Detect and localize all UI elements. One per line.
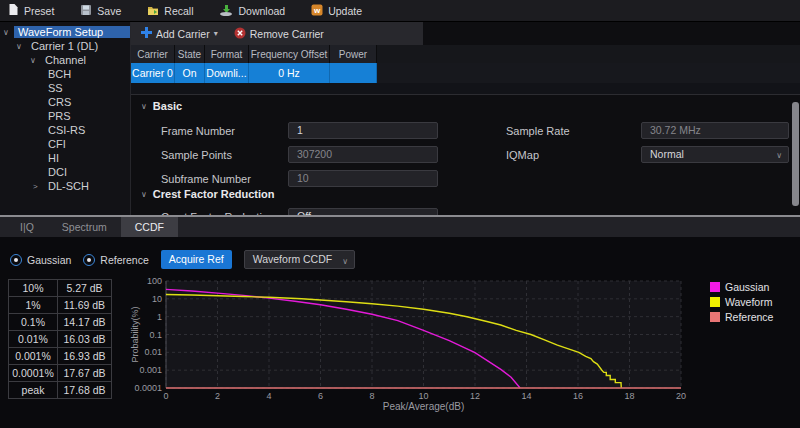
download-button[interactable]: Download [219,4,285,18]
tree-item-label: BCH [44,68,75,80]
tree-chevron-down-icon[interactable]: ∨ [16,42,27,51]
legend-swatch-icon [710,312,720,322]
column-header-state: State [175,45,205,63]
stats-db-cell: 14.17 dB [58,314,112,331]
settings-panel: ∨ Basic Frame Number 1 Sample Rate 30.72… [131,95,800,215]
column-header-format: Format [205,45,249,63]
update-button-label: Update [328,5,362,17]
legend-item-reference: Reference [710,311,773,323]
save-button-label: Save [97,5,121,17]
recall-button[interactable]: Recall [147,4,193,18]
svg-text:14: 14 [521,391,531,401]
reference-radio-option[interactable]: Reference [83,254,148,266]
stats-row: 0.01%16.03 dB [9,331,112,348]
gaussian-radio-icon[interactable] [10,254,22,266]
add-carrier-button[interactable]: Add Carrier ▾ [141,27,218,40]
carrier-table-header: Carrier State Format Frequency Offset Po… [131,45,800,63]
tab-ccdf[interactable]: CCDF [121,217,178,237]
tab-iq[interactable]: I|Q [6,217,48,237]
cfr-section-header[interactable]: ∨ Crest Factor Reduction [141,188,275,200]
svg-text:0.1: 0.1 [149,330,162,340]
cfr-chevron-down-icon: ∨ [141,190,147,199]
tree-item-label: HI [44,152,63,164]
tree-item-label: DCI [44,166,71,178]
svg-text:18: 18 [624,391,634,401]
tree-chevron-down-icon[interactable]: ∨ [30,56,41,65]
sample-points-label: Sample Points [161,149,232,161]
stats-db-cell: 5.27 dB [58,280,112,297]
reference-radio-icon[interactable] [83,254,95,266]
iqmap-dropdown[interactable]: Normal ∨ [641,146,789,163]
ccdf-chart: 024681012141618201001010.10.010.0010.000… [128,268,690,418]
tree-item-crs[interactable]: CRS [44,95,130,109]
remove-carrier-button[interactable]: Remove Carrier [234,27,324,41]
legend-swatch-icon [710,297,720,307]
ccdf-stats-table: 10%5.27 dB1%11.69 dB0.1%14.17 dB0.01%16.… [8,279,112,399]
chart-legend: GaussianWaveformReference [710,281,773,326]
tree-item-label: CRS [44,96,75,108]
svg-text:0: 0 [163,391,168,401]
download-button-label: Download [238,5,285,17]
basic-section-header[interactable]: ∨ Basic [141,100,182,112]
waveform-ccdf-dropdown[interactable]: Waveform CCDF ∨ [244,250,356,269]
stats-row: 10%5.27 dB [9,280,112,297]
carrier-cell-power[interactable] [330,63,377,83]
setup-panel: ∨WaveForm Setup∨Carrier 1 (DL)∨ChannelBC… [0,22,800,215]
stats-percent-cell: 0.0001% [9,365,58,382]
basic-chevron-down-icon: ∨ [141,102,147,111]
stats-percent-cell: 1% [9,297,58,314]
tree-item-ss[interactable]: SS [44,81,130,95]
tree-item-cfi[interactable]: CFI [44,137,130,151]
settings-scrollbar-thumb[interactable] [792,102,799,206]
carrier-toolbar: Add Carrier ▾ Remove Carrier [131,22,800,45]
analysis-panel: I|Q Spectrum CCDF Gaussian Reference Acq… [0,217,800,428]
preset-button[interactable]: Preset [8,3,54,18]
stats-percent-cell: 10% [9,280,58,297]
frame-number-field[interactable]: 1 [288,122,438,139]
analysis-tabbar: I|Q Spectrum CCDF [0,217,800,237]
tree-item-csi-rs[interactable]: CSI-RS [44,123,130,137]
tree-item-dl-sch[interactable]: >DL-SCH [33,179,130,193]
column-header-carrier: Carrier [131,45,175,63]
carrier-cell-format[interactable]: Downli... [205,63,249,83]
save-button[interactable]: Save [80,4,121,18]
svg-text:10: 10 [152,294,162,304]
gaussian-radio-option[interactable]: Gaussian [10,254,71,266]
carrier-cell-name[interactable]: Carrier 0 [131,63,175,83]
tree-item-waveform-setup[interactable]: ∨WaveForm Setup [3,25,130,39]
cfr-dropdown[interactable]: Off ∨ [288,208,438,215]
sample-rate-field: 30.72 MHz [641,122,789,139]
tab-spectrum[interactable]: Spectrum [48,217,121,237]
download-tray-icon [219,4,233,18]
update-w-box-icon: w [311,4,323,18]
svg-text:Peak/Average(dB): Peak/Average(dB) [383,401,465,412]
add-plus-icon [141,27,152,40]
tree-item-label: SS [44,82,67,94]
stats-percent-cell: peak [9,382,58,399]
preset-document-icon [8,3,19,18]
svg-text:Probability(%): Probability(%) [130,306,140,362]
svg-text:16: 16 [573,391,583,401]
update-button[interactable]: w Update [311,4,362,18]
tree-item-channel[interactable]: ∨Channel [30,53,130,67]
column-header-frequency-offset: Frequency Offset [249,45,330,63]
waveform-ccdf-dropdown-value: Waveform CCDF [253,253,333,265]
tree-item-hi[interactable]: HI [44,151,130,165]
carrier-row-filler [377,63,800,83]
tree-chevron-right-icon[interactable]: > [33,182,44,191]
cfr-section-title: Crest Factor Reduction [153,188,275,200]
stats-db-cell: 17.67 dB [58,365,112,382]
carrier-cell-state[interactable]: On [175,63,205,83]
tree-item-dci[interactable]: DCI [44,165,130,179]
tree-item-bch[interactable]: BCH [44,67,130,81]
tree-item-prs[interactable]: PRS [44,109,130,123]
tree-chevron-down-icon[interactable]: ∨ [3,28,14,37]
iqmap-value: Normal [650,148,684,160]
iqmap-chevron-down-icon: ∨ [776,148,782,163]
carrier-row-selected[interactable]: Carrier 0 On Downli... 0 Hz [131,63,800,83]
gaussian-radio-label: Gaussian [27,254,71,266]
carrier-cell-frequency-offset[interactable]: 0 Hz [249,63,330,83]
tree-item-carrier-1-dl-[interactable]: ∨Carrier 1 (DL) [16,39,130,53]
tree-item-label: WaveForm Setup [14,26,130,38]
acquire-ref-button[interactable]: Acquire Ref [161,250,232,269]
